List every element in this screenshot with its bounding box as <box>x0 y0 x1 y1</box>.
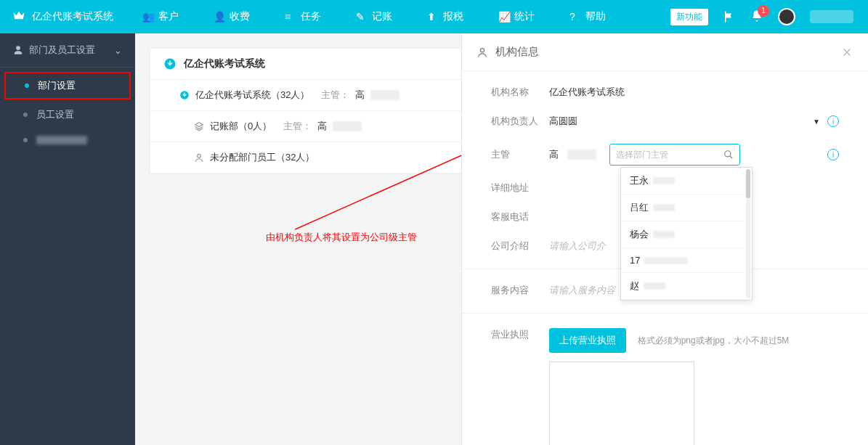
dropdown-option[interactable]: 17 <box>621 248 752 273</box>
dropdown-option[interactable]: 吕红 <box>621 195 752 221</box>
avatar[interactable] <box>778 8 795 25</box>
upload-hint: 格式必须为png或者jpg，大小不超过5M <box>638 335 790 346</box>
user-icon <box>476 46 488 58</box>
download-icon <box>163 57 177 70</box>
sidebar-item-staff[interactable]: 员工设置 <box>0 101 135 128</box>
sidebar-item-blur[interactable] <box>0 128 135 152</box>
detail-panel: 机构信息 机构名称 亿企代账考试系统 机构负责人 高圆圆 ▼ i 主管 高 选择… <box>461 33 868 445</box>
username-chip[interactable] <box>810 10 853 23</box>
bullet-icon <box>23 113 28 117</box>
caret-down-icon[interactable]: ▼ <box>813 118 820 126</box>
topbar-right: 新功能 1 <box>670 8 868 25</box>
upload-button[interactable]: 上传营业执照 <box>549 328 626 353</box>
bell-icon[interactable]: 1 <box>750 9 763 25</box>
layers-icon <box>194 121 204 131</box>
brand-title: 亿企代账考试系统 <box>32 10 113 23</box>
top-nav: 👥客户 👤收费 ≡任务 ✎记账 ⬆报税 📈统计 ?帮助 <box>125 0 623 33</box>
service-input[interactable]: 请输入服务内容 <box>549 284 615 297</box>
download-icon <box>179 90 190 100</box>
notif-count: 1 <box>758 5 769 17</box>
license-preview[interactable] <box>549 362 694 445</box>
close-icon[interactable] <box>840 46 853 59</box>
flag-icon[interactable] <box>723 10 736 23</box>
bullet-icon <box>23 138 28 142</box>
manager-dropdown: 王永 吕红 杨会 17 赵 <box>620 167 753 301</box>
nav-stats[interactable]: 📈统计 <box>481 0 552 33</box>
nav-customers[interactable]: 👥客户 <box>125 0 196 33</box>
field-manager: 主管 高 选择部门主管 i 王永 吕红 杨会 17 赵 <box>491 144 839 166</box>
brand: 亿企代账考试系统 <box>0 9 125 24</box>
intro-input[interactable]: 请输入公司介 <box>549 240 606 253</box>
nav-tax[interactable]: ⬆报税 <box>410 0 481 33</box>
info-icon[interactable]: i <box>827 149 839 160</box>
nav-fees[interactable]: 👤收费 <box>196 0 267 33</box>
scrollbar[interactable] <box>746 169 750 298</box>
panel-title: 机构信息 <box>495 45 539 59</box>
field-owner: 机构负责人 高圆圆 ▼ i <box>491 115 839 128</box>
panel-body: 机构名称 亿企代账考试系统 机构负责人 高圆圆 ▼ i 主管 高 选择部门主管 … <box>462 71 868 445</box>
chevron-down-icon: ⌄ <box>114 45 122 56</box>
info-icon[interactable]: i <box>827 115 839 127</box>
annotation-text: 由机构负责人将其设置为公司级主管 <box>266 231 417 244</box>
search-icon <box>723 150 734 160</box>
nav-accounting[interactable]: ✎记账 <box>338 0 410 33</box>
field-orgname: 机构名称 亿企代账考试系统 <box>491 86 839 99</box>
new-feature-badge[interactable]: 新功能 <box>670 9 708 25</box>
panel-header: 机构信息 <box>462 33 868 71</box>
dropdown-option[interactable]: 王永 <box>621 168 752 195</box>
manager-search-input[interactable]: 选择部门主管 <box>609 144 740 166</box>
svg-point-2 <box>198 154 201 158</box>
field-license: 营业执照 上传营业执照 格式必须为png或者jpg，大小不超过5M <box>491 328 839 445</box>
user-icon <box>13 45 23 55</box>
bullet-icon <box>25 83 29 88</box>
nav-tasks[interactable]: ≡任务 <box>267 0 338 33</box>
nav-help[interactable]: ?帮助 <box>552 0 623 33</box>
crown-icon <box>12 9 26 24</box>
dropdown-option[interactable]: 杨会 <box>621 221 752 248</box>
svg-point-5 <box>725 151 731 157</box>
svg-point-4 <box>480 48 484 52</box>
user-icon <box>194 152 204 163</box>
sidebar-item-dept[interactable]: 部门设置 <box>4 72 131 99</box>
dropdown-option[interactable]: 赵 <box>621 273 752 300</box>
topbar: 亿企代账考试系统 👥客户 👤收费 ≡任务 ✎记账 ⬆报税 📈统计 ?帮助 新功能… <box>0 0 868 33</box>
sidebar: 部门及员工设置 ⌄ 部门设置 员工设置 <box>0 33 135 445</box>
sidebar-section-header[interactable]: 部门及员工设置 ⌄ <box>0 33 135 68</box>
